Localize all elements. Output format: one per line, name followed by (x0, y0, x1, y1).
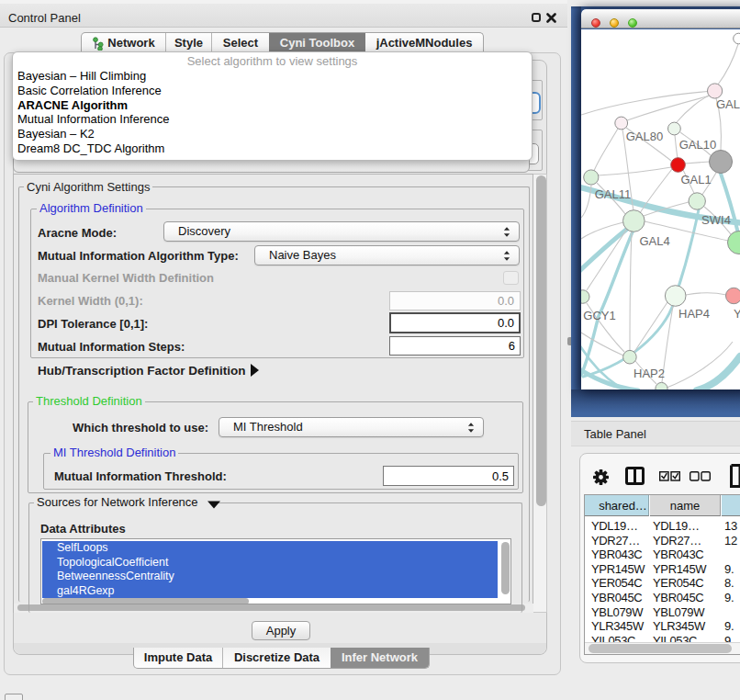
svg-text:GAL4: GAL4 (639, 234, 669, 248)
svg-text:GAL1: GAL1 (680, 173, 711, 186)
svg-text:Y: Y (734, 307, 740, 321)
svg-text:GAL10: GAL10 (679, 138, 716, 152)
svg-text:SWI4: SWI4 (701, 213, 731, 227)
svg-text:GAL: GAL (716, 97, 740, 111)
svg-text:HAP2: HAP2 (633, 367, 665, 380)
svg-text:GAL11: GAL11 (595, 187, 632, 201)
svg-text:GCY1: GCY1 (583, 309, 615, 322)
svg-text:GAL80: GAL80 (626, 130, 663, 143)
svg-text:HAP4: HAP4 (678, 307, 710, 321)
